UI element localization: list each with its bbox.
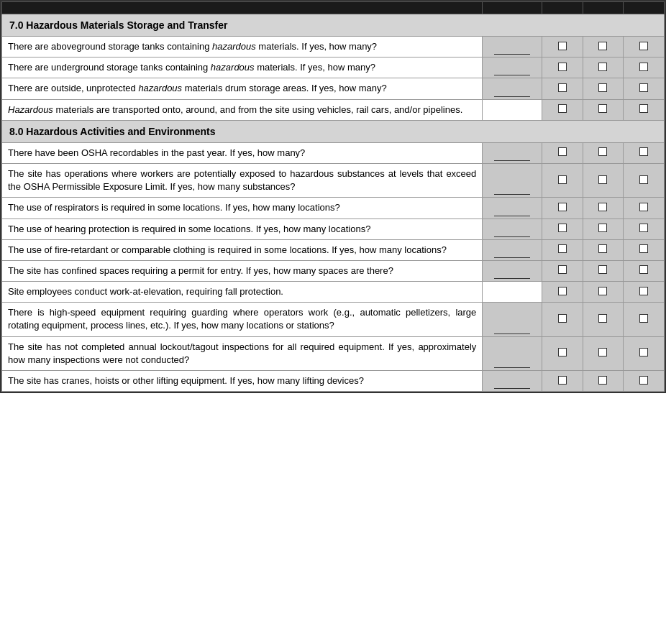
no-checkbox-cell[interactable] — [583, 58, 624, 78]
no-checkbox-cell[interactable] — [583, 99, 624, 120]
yes-checkbox-cell[interactable] — [542, 163, 583, 197]
topic-cell: Site employees conduct work-at-elevation… — [2, 282, 483, 303]
dk-checkbox[interactable] — [639, 147, 648, 156]
no-field-cell[interactable] — [483, 336, 542, 370]
yes-checkbox[interactable] — [558, 287, 567, 295]
dk-checkbox[interactable] — [639, 83, 648, 92]
dk-checkbox[interactable] — [639, 314, 648, 323]
no-checkbox[interactable] — [598, 244, 607, 253]
no-checkbox[interactable] — [598, 314, 607, 323]
no-field-cell[interactable] — [483, 218, 542, 239]
yes-checkbox[interactable] — [558, 348, 567, 356]
no-field-cell[interactable] — [483, 37, 542, 58]
no-checkbox[interactable] — [598, 42, 607, 50]
dk-checkbox-cell[interactable] — [624, 163, 665, 197]
dk-checkbox-cell[interactable] — [624, 282, 665, 303]
no-checkbox[interactable] — [598, 83, 607, 92]
no-checkbox-cell[interactable] — [583, 260, 624, 281]
dk-checkbox-cell[interactable] — [624, 218, 665, 239]
yes-checkbox-cell[interactable] — [542, 260, 583, 281]
no-checkbox-cell[interactable] — [583, 282, 624, 303]
no-checkbox-cell[interactable] — [583, 78, 624, 99]
no-checkbox[interactable] — [598, 63, 607, 71]
yes-checkbox[interactable] — [558, 42, 567, 50]
dk-checkbox-cell[interactable] — [624, 303, 665, 336]
no-field-cell[interactable] — [483, 198, 542, 218]
dk-checkbox[interactable] — [639, 244, 648, 253]
yes-checkbox-cell[interactable] — [542, 78, 583, 99]
no-checkbox[interactable] — [598, 287, 607, 295]
yes-checkbox-cell[interactable] — [542, 239, 583, 260]
dk-checkbox[interactable] — [639, 287, 648, 295]
no-checkbox-cell[interactable] — [583, 336, 624, 370]
yes-checkbox-cell[interactable] — [542, 371, 583, 392]
no-field-cell[interactable] — [483, 239, 542, 260]
no-field-cell[interactable] — [483, 78, 542, 99]
yes-checkbox[interactable] — [558, 104, 567, 113]
no-field-cell[interactable] — [483, 142, 542, 163]
no-field-cell[interactable] — [483, 260, 542, 281]
dk-checkbox-cell[interactable] — [624, 58, 665, 78]
yes-checkbox[interactable] — [558, 83, 567, 92]
no-checkbox-cell[interactable] — [583, 198, 624, 218]
yes-checkbox-cell[interactable] — [542, 218, 583, 239]
yes-checkbox[interactable] — [558, 175, 567, 184]
dk-checkbox[interactable] — [639, 348, 648, 356]
dk-checkbox[interactable] — [639, 203, 648, 211]
no-checkbox-cell[interactable] — [583, 37, 624, 58]
no-checkbox[interactable] — [598, 175, 607, 184]
yes-checkbox[interactable] — [558, 265, 567, 274]
no-field-cell[interactable] — [483, 99, 542, 120]
yes-checkbox-cell[interactable] — [542, 303, 583, 336]
no-checkbox[interactable] — [598, 265, 607, 274]
dk-checkbox-cell[interactable] — [624, 239, 665, 260]
no-checkbox-cell[interactable] — [583, 303, 624, 336]
dk-checkbox-cell[interactable] — [624, 78, 665, 99]
dk-checkbox-cell[interactable] — [624, 260, 665, 281]
no-checkbox-cell[interactable] — [583, 218, 624, 239]
yes-checkbox[interactable] — [558, 314, 567, 323]
dk-checkbox-cell[interactable] — [624, 37, 665, 58]
dk-checkbox[interactable] — [639, 175, 648, 184]
dk-checkbox[interactable] — [639, 224, 648, 232]
yes-checkbox[interactable] — [558, 147, 567, 156]
yes-checkbox-cell[interactable] — [542, 58, 583, 78]
no-field-cell[interactable] — [483, 163, 542, 197]
yes-checkbox[interactable] — [558, 224, 567, 232]
dk-checkbox[interactable] — [639, 376, 648, 385]
yes-checkbox-cell[interactable] — [542, 336, 583, 370]
dk-checkbox-cell[interactable] — [624, 371, 665, 392]
dk-checkbox[interactable] — [639, 42, 648, 50]
no-field-cell[interactable] — [483, 371, 542, 392]
yes-checkbox-cell[interactable] — [542, 99, 583, 120]
no-checkbox-cell[interactable] — [583, 142, 624, 163]
no-checkbox-cell[interactable] — [583, 239, 624, 260]
no-checkbox[interactable] — [598, 104, 607, 113]
no-checkbox-cell[interactable] — [583, 163, 624, 197]
no-checkbox[interactable] — [598, 224, 607, 232]
no-field-cell[interactable] — [483, 58, 542, 78]
no-checkbox[interactable] — [598, 376, 607, 385]
dk-checkbox-cell[interactable] — [624, 142, 665, 163]
yes-checkbox[interactable] — [558, 244, 567, 253]
dk-checkbox[interactable] — [639, 265, 648, 274]
no-field-cell[interactable] — [483, 303, 542, 336]
yes-checkbox[interactable] — [558, 63, 567, 71]
yes-checkbox-cell[interactable] — [542, 142, 583, 163]
no-checkbox[interactable] — [598, 348, 607, 356]
yes-checkbox-cell[interactable] — [542, 37, 583, 58]
dk-checkbox[interactable] — [639, 104, 648, 113]
dk-checkbox-cell[interactable] — [624, 336, 665, 370]
no-checkbox[interactable] — [598, 147, 607, 156]
yes-checkbox[interactable] — [558, 203, 567, 211]
dk-checkbox-cell[interactable] — [624, 198, 665, 218]
no-field-cell[interactable] — [483, 282, 542, 303]
dk-checkbox[interactable] — [639, 63, 648, 71]
no-checkbox-cell[interactable] — [583, 371, 624, 392]
header-yes — [542, 2, 583, 14]
no-checkbox[interactable] — [598, 203, 607, 211]
yes-checkbox-cell[interactable] — [542, 282, 583, 303]
yes-checkbox-cell[interactable] — [542, 198, 583, 218]
dk-checkbox-cell[interactable] — [624, 99, 665, 120]
yes-checkbox[interactable] — [558, 376, 567, 385]
